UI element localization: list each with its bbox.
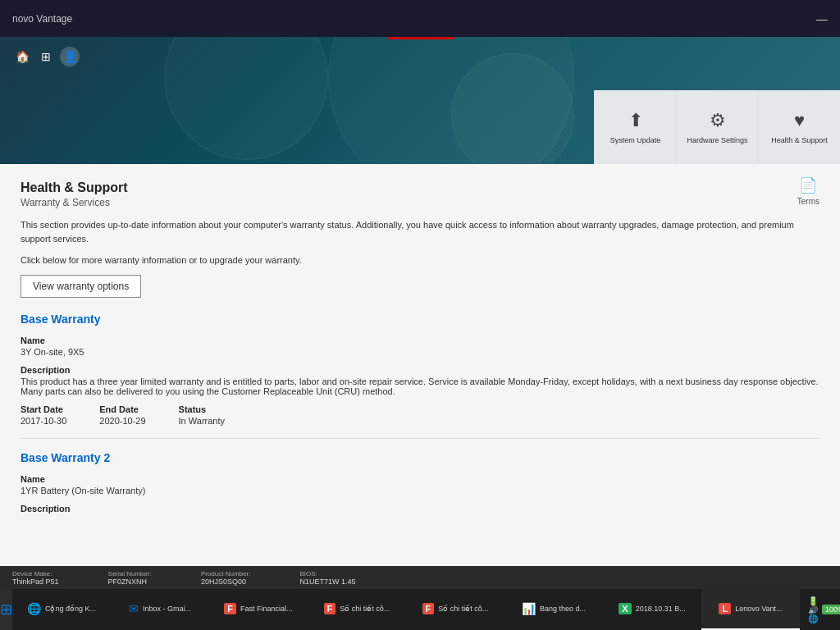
system-update-icon: ⬆: [628, 110, 643, 131]
main-content: Health & Support Warranty & Services 📄 T…: [0, 164, 840, 589]
taskbar-app-4[interactable]: F Số chi tiết cô...: [406, 589, 504, 630]
system-info-bar: Device Make: ThinkPad P51 Serial Number:…: [0, 566, 840, 589]
app-name-0: Cộng đồng K...: [45, 605, 96, 613]
warranty1-description-label: Description: [21, 365, 819, 375]
warranty2-name-label: Name: [21, 474, 819, 484]
end-date-value: 2020-10-29: [99, 416, 145, 426]
app-name-6: 2018.10.31 B...: [636, 605, 686, 613]
grid-icon[interactable]: ⊞: [36, 47, 56, 66]
terms-button[interactable]: 📄 Terms: [797, 176, 819, 206]
hero-banner: 🏠 ⊞ 👤 ⬆ System Update ⚙ Hardware Setting…: [0, 37, 840, 164]
app-icon-7: L: [719, 603, 731, 614]
health-support-tile[interactable]: ♥ Health & Support: [758, 90, 840, 164]
taskbar-right: 🔋🔊🌐 100% ENG 11:22 05/11/: [800, 589, 840, 630]
app-title: novo Vantage: [12, 13, 72, 25]
taskbar-icons: 🔋🔊🌐: [808, 596, 818, 623]
warranty2-description-label: Description: [21, 504, 819, 514]
warranty1-status: Status In Warranty: [179, 404, 225, 426]
hardware-settings-icon: ⚙: [710, 110, 726, 131]
taskbar-app-5[interactable]: 📊 Bang theo d...: [504, 589, 603, 630]
app-name-5: Bang theo d...: [540, 605, 586, 613]
bios-value: N1UET71W 1.45: [299, 578, 355, 586]
warranty1-name-value: 3Y On-site, 9X5: [21, 347, 819, 357]
warranty1-start-date: Start Date 2017-10-30: [21, 404, 66, 426]
health-support-label: Health & Support: [771, 136, 828, 145]
warranty1-description-value: This product has a three year limited wa…: [21, 377, 819, 396]
product-number-info: Product Number: 20HJS0SQ00: [201, 570, 250, 586]
hardware-settings-tile[interactable]: ⚙ Hardware Settings: [676, 90, 758, 164]
taskbar-apps: 🌐 Cộng đồng K... ✉ Inbox - Gmai... F Fas…: [12, 589, 800, 630]
warranty2-name-value: 1YR Battery (On-site Warranty): [21, 486, 819, 495]
warranty1-name-label: Name: [21, 336, 819, 345]
status-label: Status: [179, 404, 225, 414]
app-icon-5: 📊: [522, 602, 536, 615]
terms-label: Terms: [797, 197, 819, 206]
device-make-value: ThinkPad P51: [12, 578, 59, 586]
home-icon[interactable]: 🏠: [12, 47, 32, 66]
terms-icon: 📄: [799, 176, 817, 194]
click-info-text: Click below for more warranty informatio…: [21, 255, 819, 265]
description-text: This section provides up-to-date informa…: [21, 218, 819, 245]
taskbar-app-1[interactable]: ✉ Inbox - Gmai...: [111, 589, 209, 630]
start-date-label: Start Date: [21, 404, 66, 414]
product-value: 20HJS0SQ00: [201, 578, 250, 586]
warranty1-description-group: Description This product has a three yea…: [21, 365, 819, 396]
warranty1-end-date: End Date 2020-10-29: [99, 404, 145, 426]
quick-tiles-container: ⬆ System Update ⚙ Hardware Settings ♥ He…: [594, 90, 840, 164]
serial-value: PF0ZNXNH: [108, 578, 152, 586]
serial-number-info: Serial Number: PF0ZNXNH: [108, 570, 152, 586]
app-name-2: Fast Financial...: [240, 605, 293, 613]
app-icon-0: 🌐: [27, 602, 41, 615]
product-label: Product Number:: [201, 570, 250, 578]
battery-indicator: 100%: [822, 605, 840, 614]
start-date-value: 2017-10-30: [21, 416, 66, 426]
warranty2-name-group: Name 1YR Battery (On-site Warranty): [21, 474, 819, 495]
app-name-3: Số chi tiết cô...: [340, 605, 390, 613]
start-icon: ⊞: [0, 600, 12, 619]
serial-label: Serial Number:: [108, 570, 152, 578]
taskbar-app-0[interactable]: 🌐 Cộng đồng K...: [12, 589, 111, 630]
app-icon-6: X: [619, 603, 631, 614]
hero-nav-icons: 🏠 ⊞ 👤: [12, 47, 80, 66]
section-title: Health & Support: [21, 180, 128, 195]
red-accent-line: [387, 37, 453, 39]
app-name-4: Số chi tiết cô...: [438, 605, 488, 613]
app-name-7: Lenovo Vant...: [735, 605, 782, 613]
app-header: novo Vantage —: [0, 0, 840, 37]
taskbar-app-6[interactable]: X 2018.10.31 B...: [603, 589, 701, 630]
health-support-icon: ♥: [794, 110, 805, 131]
taskbar-app-3[interactable]: F Số chi tiết cô...: [308, 589, 406, 630]
device-make-info: Device Make: ThinkPad P51: [12, 570, 59, 586]
warranty1-dates-row: Start Date 2017-10-30 End Date 2020-10-2…: [21, 404, 819, 426]
window-controls[interactable]: —: [816, 12, 828, 25]
app-icon-3: F: [324, 603, 336, 614]
system-update-tile[interactable]: ⬆ System Update: [594, 90, 676, 164]
taskbar-app-7[interactable]: L Lenovo Vant...: [701, 589, 800, 630]
system-update-label: System Update: [610, 136, 661, 145]
taskbar-app-2[interactable]: F Fast Financial...: [209, 589, 308, 630]
view-warranty-button[interactable]: View warranty options: [21, 275, 141, 298]
app-icon-2: F: [224, 603, 236, 614]
section-subtitle: Warranty & Services: [21, 197, 128, 208]
user-icon[interactable]: 👤: [60, 47, 80, 66]
app-name-1: Inbox - Gmai...: [143, 605, 191, 613]
app-icon-1: ✉: [129, 602, 139, 615]
bios-label: BIOS:: [299, 570, 355, 578]
status-value: In Warranty: [179, 416, 225, 426]
start-button[interactable]: ⊞: [0, 589, 12, 630]
taskbar: ⊞ 🌐 Cộng đồng K... ✉ Inbox - Gmai... F F…: [0, 589, 840, 630]
section-divider: [21, 438, 819, 439]
app-icon-4: F: [422, 603, 435, 614]
bios-info: BIOS: N1UET71W 1.45: [299, 570, 355, 586]
end-date-label: End Date: [99, 404, 145, 414]
warranty1-name-group: Name 3Y On-site, 9X5: [21, 336, 819, 357]
hardware-settings-label: Hardware Settings: [687, 136, 747, 145]
warranty1-title: Base Warranty: [21, 313, 819, 326]
warranty2-description-group: Description: [21, 504, 819, 514]
warranty2-title: Base Warranty 2: [21, 451, 819, 464]
device-make-label: Device Make:: [12, 570, 59, 578]
